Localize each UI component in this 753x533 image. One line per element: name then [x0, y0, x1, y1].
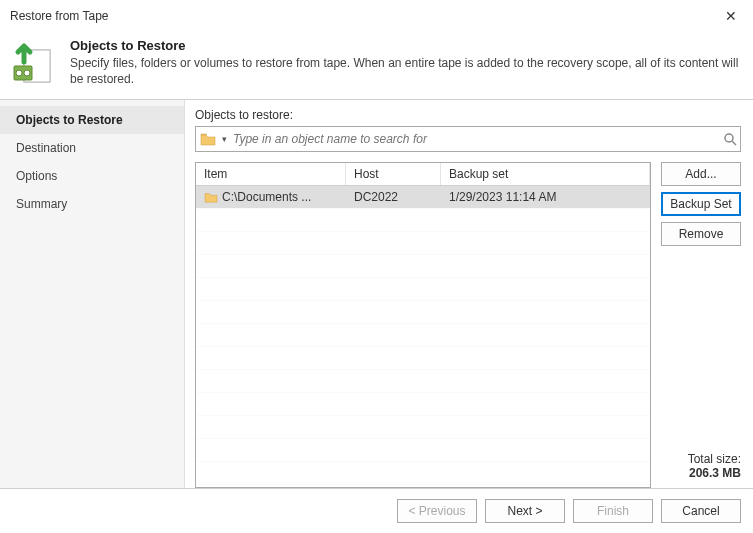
previous-button: < Previous [397, 499, 477, 523]
cell-backup: 1/29/2023 11:14 AM [441, 190, 650, 204]
add-button[interactable]: Add... [661, 162, 741, 186]
cell-item: C:\Documents ... [222, 190, 311, 204]
sidebar-item-objects[interactable]: Objects to Restore [0, 106, 184, 134]
objects-label: Objects to restore: [195, 108, 741, 122]
svg-point-3 [16, 70, 22, 76]
next-button[interactable]: Next > [485, 499, 565, 523]
folder-icon [204, 191, 218, 203]
table-row[interactable]: C:\Documents ... DC2022 1/29/2023 11:14 … [196, 186, 650, 208]
svg-point-4 [24, 70, 30, 76]
backup-set-button[interactable]: Backup Set [661, 192, 741, 216]
header-title: Objects to Restore [70, 38, 743, 53]
search-row: ▾ [195, 126, 741, 152]
col-host[interactable]: Host [346, 163, 441, 185]
search-icon[interactable] [720, 132, 740, 146]
objects-table: Item Host Backup set C:\Documents ... DC… [195, 162, 651, 488]
col-backup[interactable]: Backup set [441, 163, 650, 185]
remove-button[interactable]: Remove [661, 222, 741, 246]
cancel-button[interactable]: Cancel [661, 499, 741, 523]
total-size-value: 206.3 MB [661, 466, 741, 480]
svg-line-6 [732, 141, 736, 145]
restore-tape-icon [10, 38, 58, 86]
folder-icon [200, 132, 216, 146]
col-item[interactable]: Item [196, 163, 346, 185]
dropdown-icon[interactable]: ▾ [218, 134, 231, 144]
finish-button: Finish [573, 499, 653, 523]
wizard-header: Objects to Restore Specify files, folder… [0, 32, 753, 100]
wizard-sidebar: Objects to Restore Destination Options S… [0, 100, 185, 488]
sidebar-item-options[interactable]: Options [0, 162, 184, 190]
window-title: Restore from Tape [10, 9, 109, 23]
close-icon[interactable]: ✕ [719, 6, 743, 26]
sidebar-item-destination[interactable]: Destination [0, 134, 184, 162]
sidebar-item-summary[interactable]: Summary [0, 190, 184, 218]
svg-point-5 [725, 134, 733, 142]
cell-host: DC2022 [346, 190, 441, 204]
search-input[interactable] [231, 128, 720, 150]
header-description: Specify files, folders or volumes to res… [70, 55, 743, 87]
total-size-label: Total size: [661, 452, 741, 466]
